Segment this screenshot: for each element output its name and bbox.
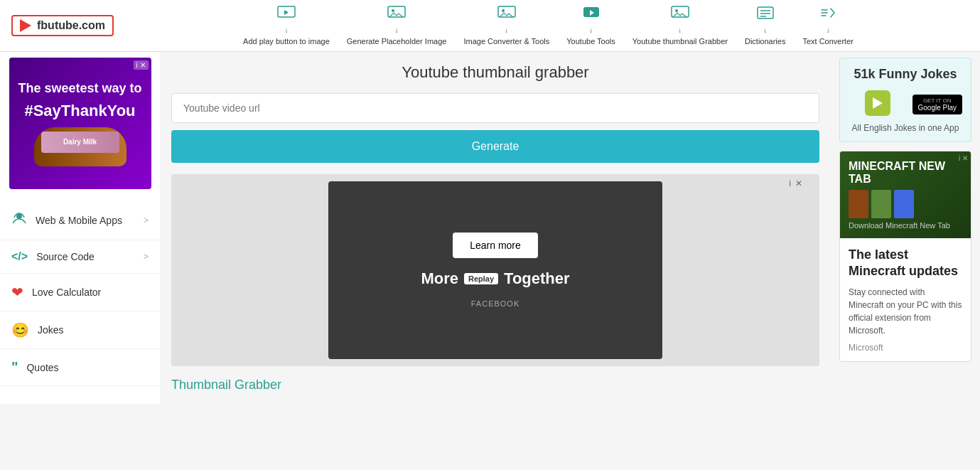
nav-arrow-gen-placeholder: ↓ <box>395 26 399 34</box>
left-sidebar: i ✕ The sweetest way to #SayThankYou Dai… <box>0 52 160 404</box>
minecraft-characters <box>849 190 962 218</box>
right-ad-minecraft: i ✕ MINECRAFT NEW TAB Download Minecraft… <box>839 151 971 362</box>
left-ad-hashtag: #SayThankYou <box>24 102 135 120</box>
sidebar-label-jokes: Jokes <box>38 324 149 336</box>
svg-point-7 <box>675 9 678 12</box>
sidebar-label-source-code: Source Code <box>36 251 135 262</box>
logo-text: fbutube.com <box>37 19 105 32</box>
left-ad-banner: i ✕ The sweetest way to #SayThankYou Dai… <box>9 58 151 189</box>
nav-icon-text-converter <box>819 6 837 23</box>
nav-item-text-converter[interactable]: ↓ Text Converter <box>802 6 854 46</box>
funny-jokes-subtitle: All English Jokes in one App <box>849 123 962 133</box>
funny-jokes-play-icon <box>865 90 890 116</box>
nav-arrow-add-play: ↓ <box>284 26 288 34</box>
sidebar-item-web-mobile[interactable]: Web & Mobile Apps > <box>0 201 160 240</box>
main-content: Youtube thumbnail grabber Generate i ✕ L… <box>160 52 831 404</box>
nav-label-dictionaries: Dictionaries <box>745 37 785 46</box>
ad-replay-badge: Replay <box>464 273 498 284</box>
ad-inner: Learn more More Replay Together FACEBOOK <box>328 181 662 359</box>
logo[interactable]: fbutube.com <box>11 15 114 36</box>
ad-facebook-text: FACEBOOK <box>471 299 520 308</box>
play-triangle <box>873 97 883 109</box>
ad-together-label: Together <box>504 269 569 288</box>
left-ad-line1: The sweetest way to <box>18 81 141 96</box>
page-title: Youtube thumbnail grabber <box>171 63 819 82</box>
nav-item-dictionaries[interactable]: ↓ Dictionaries <box>745 6 785 46</box>
logo-play-icon <box>20 19 31 32</box>
main-nav: ↓ Add play button to image ↓ Generate Pl… <box>128 6 969 46</box>
minecraft-char-1 <box>849 190 868 218</box>
nav-arrow-youtube-thumbnail: ↓ <box>678 26 682 34</box>
nav-icon-generate-placeholder <box>387 6 406 23</box>
generate-button[interactable]: Generate <box>171 130 819 163</box>
minecraft-author: Microsoft <box>849 343 962 353</box>
minecraft-banner: i ✕ MINECRAFT NEW TAB Download Minecraft… <box>840 151 971 238</box>
youtube-url-input[interactable] <box>171 93 819 123</box>
thumbnail-grabber-title: Thumbnail Grabber <box>171 378 819 392</box>
ad-more-label: More <box>421 269 458 288</box>
web-mobile-icon <box>11 210 27 230</box>
nav-icon-dictionaries <box>756 6 775 23</box>
minecraft-ad-badge[interactable]: i ✕ <box>959 154 968 162</box>
nav-item-youtube-tools[interactable]: ↓ Youtube Tools <box>566 6 615 46</box>
right-ad-funny-jokes: 51k Funny Jokes GET IT ON Google Play Al… <box>839 58 971 142</box>
nav-item-generate-placeholder[interactable]: ↓ Generate Placeholder Image <box>347 6 447 46</box>
nav-item-image-converter[interactable]: ↓ Image Converter & Tools <box>463 6 549 46</box>
svg-point-2 <box>392 9 394 12</box>
nav-icon-add-play <box>277 6 296 23</box>
sidebar-arrow-web-mobile: > <box>144 215 149 225</box>
ad-banner: i ✕ Learn more More Replay Together FACE… <box>171 174 819 366</box>
sidebar-label-quotes: Quotes <box>26 362 149 373</box>
sidebar-item-jokes[interactable]: 😊 Jokes <box>0 311 160 349</box>
jokes-icon: 😊 <box>11 321 29 338</box>
minecraft-char-2 <box>871 190 891 218</box>
header: fbutube.com ↓ Add play button to image ↓ <box>0 0 980 52</box>
nav-arrow-text-converter: ↓ <box>826 26 830 34</box>
minecraft-text-block: The latest Minecraft updates Stay connec… <box>840 238 971 361</box>
nav-label-image-converter: Image Converter & Tools <box>463 37 549 46</box>
sidebar-menu: Web & Mobile Apps > </> Source Code > ❤ … <box>0 195 160 392</box>
ad-banner-close-icon[interactable]: ✕ <box>795 178 802 188</box>
nav-label-text-converter: Text Converter <box>802 37 854 46</box>
nav-arrow-image-converter: ↓ <box>505 26 508 34</box>
quotes-icon: " <box>11 359 18 375</box>
sidebar-label-love-calculator: Love Calculator <box>32 287 149 298</box>
nav-icon-youtube-thumbnail <box>671 6 689 23</box>
love-calculator-icon: ❤ <box>11 284 23 301</box>
right-sidebar: 51k Funny Jokes GET IT ON Google Play Al… <box>831 52 980 404</box>
funny-jokes-title: 51k Funny Jokes <box>849 67 962 82</box>
svg-point-4 <box>502 9 505 12</box>
minecraft-heading: The latest Minecraft updates <box>849 247 962 280</box>
nav-icon-youtube-tools <box>582 6 601 23</box>
ad-more-together-text: More Replay Together <box>421 269 569 288</box>
left-ad-close[interactable]: i ✕ <box>134 60 149 70</box>
sidebar-item-quotes[interactable]: " Quotes <box>0 349 160 386</box>
ad-learn-more-button[interactable]: Learn more <box>453 233 538 258</box>
nav-label-youtube-tools: Youtube Tools <box>566 37 615 46</box>
minecraft-char-3 <box>894 190 914 218</box>
nav-item-add-play[interactable]: ↓ Add play button to image <box>243 6 330 46</box>
nav-arrow-youtube-tools: ↓ <box>589 26 593 34</box>
source-code-icon: </> <box>11 250 28 263</box>
nav-item-youtube-thumbnail[interactable]: ↓ Youtube thumbnail Grabber <box>632 6 728 46</box>
page-body: i ✕ The sweetest way to #SayThankYou Dai… <box>0 52 980 404</box>
ad-banner-info-icon[interactable]: i <box>789 178 791 188</box>
sidebar-label-web-mobile: Web & Mobile Apps <box>36 215 135 226</box>
sidebar-arrow-source-code: > <box>144 252 149 262</box>
google-play-button[interactable]: GET IT ON Google Play <box>912 95 962 114</box>
sidebar-item-source-code[interactable]: </> Source Code > <box>0 240 160 274</box>
nav-icon-image-converter <box>497 6 516 23</box>
nav-arrow-dictionaries: ↓ <box>763 26 767 34</box>
minecraft-body-text: Stay connected with Minecraft on your PC… <box>849 286 962 337</box>
nav-label-add-play: Add play button to image <box>243 37 330 46</box>
minecraft-subtitle: Download Minecraft New Tab <box>849 221 962 230</box>
nav-label-youtube-thumbnail: Youtube thumbnail Grabber <box>632 37 728 46</box>
nav-label-generate-placeholder: Generate Placeholder Image <box>347 37 447 46</box>
minecraft-title: MINECRAFT NEW TAB <box>849 160 962 186</box>
sidebar-item-love-calculator[interactable]: ❤ Love Calculator <box>0 274 160 311</box>
